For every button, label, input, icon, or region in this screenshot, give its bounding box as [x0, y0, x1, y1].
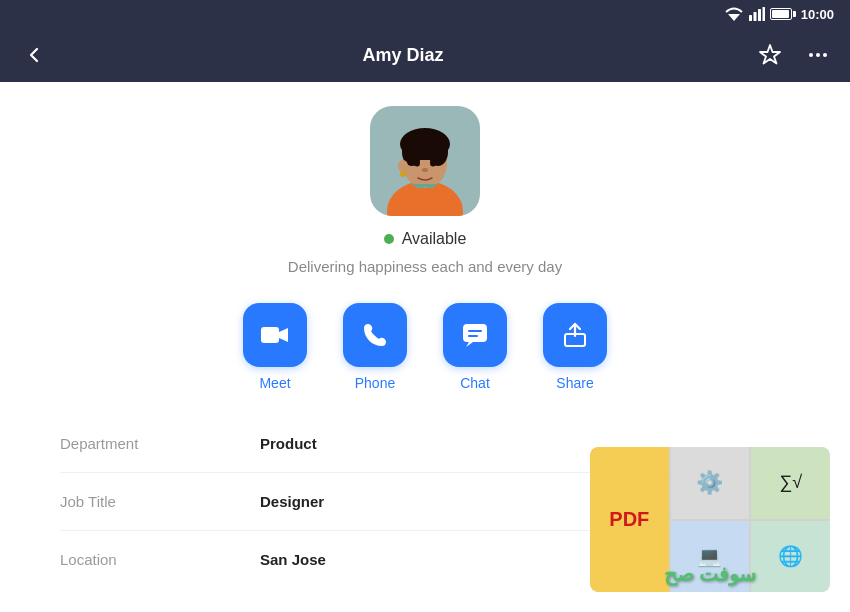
wm-gear-icon: ⚙️ — [696, 470, 723, 496]
nav-actions — [754, 39, 834, 71]
svg-rect-4 — [762, 7, 765, 21]
star-icon — [758, 43, 782, 67]
chat-action[interactable]: Chat — [443, 303, 507, 391]
svg-point-6 — [816, 53, 820, 57]
meet-label: Meet — [259, 375, 290, 391]
svg-point-19 — [430, 160, 436, 167]
svg-rect-21 — [261, 327, 279, 343]
wm-formula-icon: ∑√ — [779, 472, 802, 493]
chat-label: Chat — [460, 375, 490, 391]
department-value: Product — [260, 435, 317, 452]
svg-rect-24 — [468, 335, 478, 337]
svg-point-17 — [400, 171, 406, 177]
battery-icon — [770, 8, 792, 20]
chat-button[interactable] — [443, 303, 507, 367]
svg-rect-23 — [468, 330, 482, 332]
location-value: San Jose — [260, 551, 326, 568]
phone-label: Phone — [355, 375, 395, 391]
svg-point-18 — [414, 160, 420, 167]
status-bar: 10:00 — [0, 0, 850, 28]
favorite-button[interactable] — [754, 39, 786, 71]
wm-math-cell: ∑√ — [751, 447, 830, 519]
watermark: PDF ⚙️ ∑√ 💻 🌐 سوفت صح — [590, 447, 830, 592]
phone-action[interactable]: Phone — [343, 303, 407, 391]
phone-icon — [362, 322, 388, 348]
wm-gear-cell: ⚙️ — [671, 447, 750, 519]
chat-bubble-icon — [461, 322, 489, 348]
department-label: Department — [60, 435, 260, 452]
svg-rect-1 — [749, 15, 752, 21]
share-upload-icon — [562, 322, 588, 348]
svg-point-16 — [398, 160, 408, 172]
share-button[interactable] — [543, 303, 607, 367]
svg-point-5 — [809, 53, 813, 57]
avatar — [370, 106, 480, 216]
svg-point-15 — [405, 136, 445, 160]
svg-marker-0 — [728, 14, 740, 21]
meet-button[interactable] — [243, 303, 307, 367]
svg-point-7 — [823, 53, 827, 57]
status-time: 10:00 — [801, 7, 834, 22]
bio-text: Delivering happiness each and every day — [288, 258, 562, 275]
video-camera-icon — [260, 324, 290, 346]
action-buttons: Meet Phone Chat — [243, 303, 607, 391]
avatar-image — [370, 106, 480, 216]
share-action[interactable]: Share — [543, 303, 607, 391]
back-icon — [22, 43, 46, 67]
job-title-label: Job Title — [60, 493, 260, 510]
svg-point-20 — [422, 168, 428, 172]
meet-action[interactable]: Meet — [243, 303, 307, 391]
back-button[interactable] — [16, 37, 52, 73]
svg-rect-3 — [758, 9, 761, 21]
share-label: Share — [556, 375, 593, 391]
page-title: Amy Diaz — [362, 45, 443, 66]
wm-arabic-text: سوفت صح — [590, 562, 830, 586]
more-options-button[interactable] — [802, 39, 834, 71]
nav-bar: Amy Diaz — [0, 28, 850, 82]
job-title-value: Designer — [260, 493, 324, 510]
signal-icon — [749, 7, 765, 21]
svg-rect-22 — [463, 324, 487, 342]
location-label: Location — [60, 551, 260, 568]
more-dots-icon — [806, 43, 830, 67]
wm-pdf-label: PDF — [609, 508, 649, 531]
phone-button[interactable] — [343, 303, 407, 367]
availability-status: Available — [384, 230, 467, 248]
wifi-icon — [724, 7, 744, 22]
status-dot — [384, 234, 394, 244]
svg-rect-2 — [753, 12, 756, 21]
status-label: Available — [402, 230, 467, 248]
status-icons: 10:00 — [724, 7, 834, 22]
